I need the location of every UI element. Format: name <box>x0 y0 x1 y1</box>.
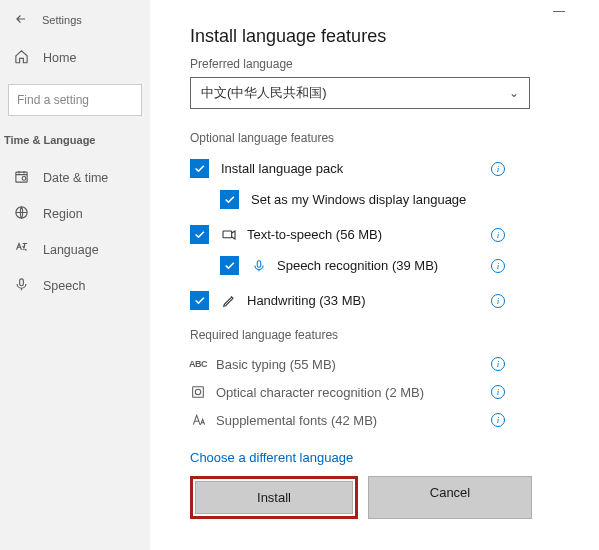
info-icon[interactable]: i <box>490 258 506 274</box>
feature-label: Supplemental fonts (42 MB) <box>216 413 377 428</box>
svg-rect-3 <box>20 279 24 286</box>
checkbox-checked-icon[interactable] <box>190 159 209 178</box>
svg-point-8 <box>195 389 200 394</box>
checkbox-checked-icon[interactable] <box>220 190 239 209</box>
sidebar-label: Speech <box>43 279 85 293</box>
install-button[interactable]: Install <box>195 481 353 514</box>
feature-label: Optical character recognition (2 MB) <box>216 385 424 400</box>
sidebar: Home Find a setting Time & Language Date… <box>0 40 150 304</box>
font-icon <box>190 412 206 428</box>
calendar-icon <box>14 169 29 187</box>
back-icon[interactable] <box>14 12 28 28</box>
required-features-title: Required language features <box>190 328 565 342</box>
sidebar-item-language[interactable]: Language <box>0 232 150 268</box>
svg-rect-6 <box>257 260 261 266</box>
microphone-icon <box>251 258 267 274</box>
choose-different-language-link[interactable]: Choose a different language <box>190 450 353 465</box>
svg-point-1 <box>22 177 26 181</box>
feature-label: Text-to-speech (56 MB) <box>247 227 382 242</box>
feature-label: Set as my Windows display language <box>251 192 466 207</box>
abc-icon: ABC <box>190 356 206 372</box>
preferred-language-label: Preferred language <box>190 57 565 71</box>
feature-label: Handwriting (33 MB) <box>247 293 366 308</box>
feature-handwriting[interactable]: Handwriting (33 MB) i <box>190 291 506 310</box>
info-icon[interactable]: i <box>490 356 506 372</box>
info-icon[interactable]: i <box>490 161 506 177</box>
feature-display-language[interactable]: Set as my Windows display language <box>190 190 506 209</box>
sidebar-item-home[interactable]: Home <box>0 40 150 76</box>
required-basic-typing: ABC Basic typing (55 MB) i <box>190 356 506 372</box>
sidebar-label: Date & time <box>43 171 108 185</box>
chevron-down-icon: ⌄ <box>509 86 519 100</box>
checkbox-checked-icon[interactable] <box>190 225 209 244</box>
minimize-icon[interactable]: — <box>553 4 565 18</box>
checkbox-checked-icon[interactable] <box>190 291 209 310</box>
sidebar-item-region[interactable]: Region <box>0 196 150 232</box>
svg-rect-5 <box>223 231 232 238</box>
sidebar-category: Time & Language <box>0 134 150 160</box>
optional-features-title: Optional language features <box>190 131 565 145</box>
sidebar-label: Home <box>43 51 76 65</box>
home-icon <box>14 49 29 67</box>
info-icon[interactable]: i <box>490 227 506 243</box>
sidebar-label: Region <box>43 207 83 221</box>
preferred-language-select[interactable]: 中文(中华人民共和国) ⌄ <box>190 77 530 109</box>
microphone-icon <box>14 277 29 295</box>
sidebar-item-speech[interactable]: Speech <box>0 268 150 304</box>
feature-label: Speech recognition (39 MB) <box>277 258 438 273</box>
cancel-button[interactable]: Cancel <box>368 476 532 519</box>
info-icon[interactable]: i <box>490 293 506 309</box>
required-ocr: Optical character recognition (2 MB) i <box>190 384 506 400</box>
search-input[interactable]: Find a setting <box>8 84 142 116</box>
feature-label: Install language pack <box>221 161 343 176</box>
globe-icon <box>14 205 29 223</box>
window-title: Settings <box>42 14 82 26</box>
svg-rect-7 <box>193 387 204 398</box>
feature-speech-recognition[interactable]: Speech recognition (39 MB) i <box>190 256 506 275</box>
feature-tts[interactable]: Text-to-speech (56 MB) i <box>190 225 506 244</box>
handwriting-icon <box>221 293 237 309</box>
feature-label: Basic typing (55 MB) <box>216 357 336 372</box>
info-icon[interactable]: i <box>490 412 506 428</box>
info-icon[interactable]: i <box>490 384 506 400</box>
select-value: 中文(中华人民共和国) <box>201 84 327 102</box>
tts-icon <box>221 227 237 243</box>
sidebar-item-datetime[interactable]: Date & time <box>0 160 150 196</box>
install-language-dialog: — Install language features Preferred la… <box>150 0 599 550</box>
ocr-icon <box>190 384 206 400</box>
install-button-highlight: Install <box>190 476 358 519</box>
dialog-title: Install language features <box>190 26 565 47</box>
required-fonts: Supplemental fonts (42 MB) i <box>190 412 506 428</box>
sidebar-label: Language <box>43 243 99 257</box>
language-icon <box>14 241 29 259</box>
checkbox-checked-icon[interactable] <box>220 256 239 275</box>
feature-language-pack[interactable]: Install language pack i <box>190 159 506 178</box>
